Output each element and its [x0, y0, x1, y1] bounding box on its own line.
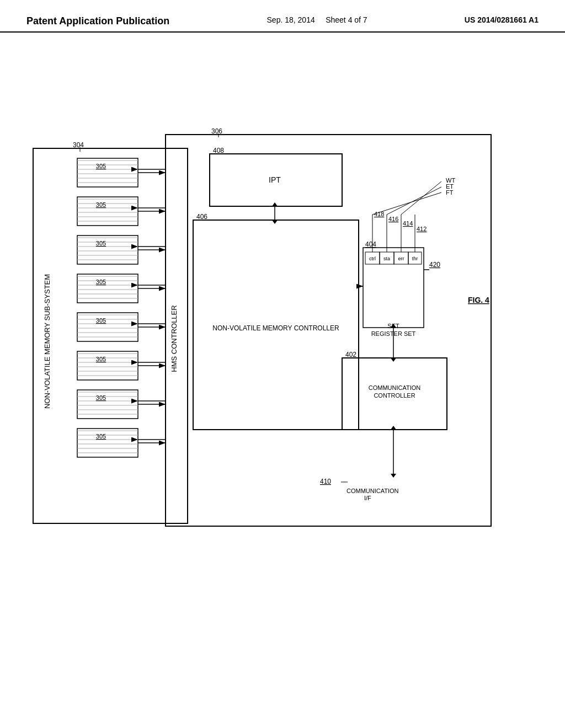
svg-text:NON-VOLATILE MEMORY CONTROLLER: NON-VOLATILE MEMORY CONTROLLER	[212, 324, 339, 332]
page-header: Patent Application Publication Sep. 18, …	[0, 0, 565, 33]
svg-text:412: 412	[417, 226, 427, 232]
svg-text:I/F: I/F	[364, 495, 371, 501]
svg-text:306: 306	[211, 127, 222, 135]
svg-text:414: 414	[403, 220, 413, 227]
svg-text:305: 305	[96, 317, 106, 324]
svg-text:thr: thr	[412, 256, 418, 261]
svg-marker-96	[272, 220, 278, 224]
svg-text:WT: WT	[446, 177, 455, 184]
svg-marker-135	[391, 474, 396, 478]
svg-text:err: err	[398, 256, 404, 261]
svg-text:416: 416	[388, 216, 398, 222]
svg-text:305: 305	[96, 356, 106, 362]
svg-line-117	[372, 192, 441, 215]
svg-text:406: 406	[196, 213, 207, 221]
svg-marker-132	[391, 358, 396, 362]
svg-text:402: 402	[345, 351, 356, 358]
svg-marker-95	[272, 202, 278, 206]
publication-date-sheet: Sep. 18, 2014 Sheet 4 of 7	[267, 15, 367, 24]
svg-line-119	[401, 181, 441, 215]
svg-line-118	[387, 187, 441, 215]
svg-text:410: 410	[320, 478, 331, 485]
svg-text:HMS CONTROLLER: HMS CONTROLLER	[170, 305, 178, 372]
svg-text:FT: FT	[446, 189, 454, 196]
svg-text:418: 418	[374, 211, 384, 217]
svg-text:ctrl: ctrl	[369, 256, 376, 261]
svg-text:COMMUNICATION: COMMUNICATION	[369, 384, 421, 391]
svg-text:304: 304	[73, 141, 84, 149]
svg-text:CONTROLLER: CONTROLLER	[374, 392, 415, 399]
svg-text:305: 305	[96, 279, 106, 285]
svg-text:NON-VOLATILE MEMORY SUB-SYSTEM: NON-VOLATILE MEMORY SUB-SYSTEM	[43, 274, 51, 409]
svg-text:305: 305	[96, 201, 106, 208]
svg-text:305: 305	[96, 394, 106, 401]
publication-number: US 2014/0281661 A1	[465, 15, 539, 24]
diagram-area: NON-VOLATILE MEMORY SUB-SYSTEM 304 305 3…	[0, 33, 565, 694]
svg-text:420: 420	[429, 261, 440, 269]
svg-text:408: 408	[213, 147, 224, 154]
svg-text:305: 305	[96, 433, 106, 440]
svg-text:305: 305	[96, 163, 106, 169]
publication-title: Patent Application Publication	[26, 15, 169, 27]
svg-text:FIG. 4: FIG. 4	[468, 296, 489, 304]
svg-text:sta: sta	[383, 256, 390, 261]
svg-text:ET: ET	[446, 183, 454, 190]
svg-rect-0	[33, 148, 188, 523]
svg-text:IPT: IPT	[269, 175, 281, 184]
svg-text:305: 305	[96, 240, 106, 247]
svg-text:COMMUNICATION: COMMUNICATION	[347, 488, 399, 494]
patent-diagram: NON-VOLATILE MEMORY SUB-SYSTEM 304 305 3…	[0, 33, 565, 694]
svg-marker-134	[391, 426, 396, 430]
svg-text:404: 404	[365, 240, 376, 248]
